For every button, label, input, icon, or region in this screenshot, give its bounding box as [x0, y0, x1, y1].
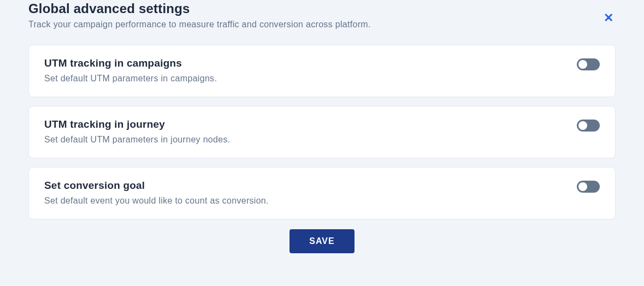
toggle-knob — [578, 182, 587, 191]
toggle-knob — [578, 121, 587, 130]
card-utm-journey: UTM tracking in journey Set default UTM … — [28, 106, 616, 158]
card-description: Set default event you would like to coun… — [44, 196, 577, 206]
toggle-knob — [578, 60, 587, 69]
toggle-utm-campaigns[interactable] — [577, 58, 600, 70]
header: Global advanced settings Track your camp… — [28, 0, 616, 29]
card-description: Set default UTM parameters in campaigns. — [44, 74, 577, 84]
card-description: Set default UTM parameters in journey no… — [44, 135, 577, 145]
card-content: UTM tracking in campaigns Set default UT… — [44, 57, 577, 84]
footer: SAVE — [28, 229, 616, 253]
close-icon: ✕ — [604, 11, 613, 25]
close-button[interactable]: ✕ — [601, 10, 616, 26]
toggle-utm-journey[interactable] — [577, 120, 600, 132]
card-title: UTM tracking in campaigns — [44, 57, 577, 69]
card-conversion-goal: Set conversion goal Set default event yo… — [28, 167, 616, 219]
settings-container: Global advanced settings Track your camp… — [0, 0, 644, 253]
card-title: UTM tracking in journey — [44, 118, 577, 130]
toggle-conversion-goal[interactable] — [577, 181, 600, 193]
card-utm-campaigns: UTM tracking in campaigns Set default UT… — [28, 45, 616, 97]
save-button[interactable]: SAVE — [289, 229, 354, 253]
card-content: Set conversion goal Set default event yo… — [44, 180, 577, 206]
card-content: UTM tracking in journey Set default UTM … — [44, 118, 577, 145]
card-title: Set conversion goal — [44, 180, 577, 192]
page-title: Global advanced settings — [28, 1, 616, 16]
page-subtitle: Track your campaign performance to measu… — [28, 20, 616, 29]
